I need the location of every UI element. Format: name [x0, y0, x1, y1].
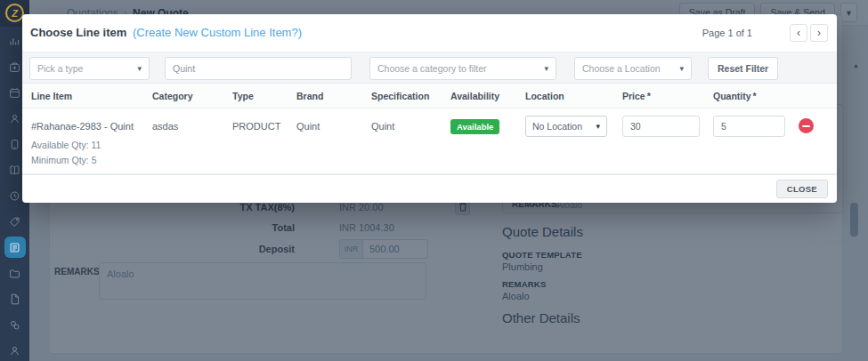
- row-location-value: No Location: [532, 121, 582, 132]
- category-filter-select[interactable]: Choose a category to filter ▾: [369, 57, 556, 80]
- reset-filter-button[interactable]: Reset Filter: [708, 57, 778, 80]
- price-input[interactable]: [622, 116, 700, 137]
- brand-cell: Quint: [296, 108, 371, 173]
- category-filter-placeholder: Choose a category to filter: [377, 63, 487, 74]
- quantity-cell: [713, 108, 799, 173]
- col-category: Category: [152, 91, 232, 101]
- create-custom-line-item-link[interactable]: (Create New Custom Line Item?): [133, 26, 302, 39]
- folder-icon: [9, 268, 20, 279]
- col-type: Type: [232, 91, 296, 101]
- modal-footer: CLOSE: [22, 174, 837, 203]
- page-info: Page 1 of 1: [702, 28, 752, 38]
- tablet-icon: [9, 139, 20, 150]
- sidebar-item-integrations[interactable]: [4, 314, 26, 335]
- app-logo: Z: [5, 4, 24, 22]
- sidebar-item-quotes-active[interactable]: [4, 237, 26, 258]
- person-icon: [9, 113, 20, 124]
- price-cell: [622, 108, 713, 173]
- remove-line-item-button[interactable]: [799, 118, 814, 133]
- book-icon: [9, 164, 20, 176]
- chevron-down-icon: ▾: [137, 64, 142, 73]
- actions-cell: [799, 108, 837, 173]
- col-location: Location: [525, 91, 622, 101]
- minimum-qty: Minimum Qty: 5: [31, 155, 152, 165]
- close-button[interactable]: CLOSE: [776, 180, 828, 198]
- chevron-down-icon: ▾: [679, 64, 684, 73]
- bar-chart-icon: [9, 36, 20, 47]
- availability-cell: Available: [450, 108, 525, 173]
- available-badge: Available: [450, 119, 499, 134]
- box-plus-icon: [9, 61, 20, 73]
- sidebar-item-jobs[interactable]: [4, 262, 26, 284]
- choose-line-item-modal: Choose Line item (Create New Custom Line…: [22, 14, 837, 203]
- calendar-icon: [9, 87, 20, 99]
- col-price: Price*: [622, 91, 713, 101]
- modal-header: Choose Line item (Create New Custom Line…: [22, 14, 837, 52]
- sidebar-item-documents[interactable]: [4, 288, 26, 309]
- prev-page-button[interactable]: ‹: [790, 24, 807, 42]
- col-quantity: Quantity*: [713, 91, 799, 101]
- category-cell: asdas: [152, 108, 232, 173]
- location-cell: No Location ▾: [525, 108, 622, 173]
- next-page-button[interactable]: ›: [810, 24, 828, 42]
- type-filter-select[interactable]: Pick a type ▾: [29, 57, 150, 80]
- chevron-down-icon: ▾: [544, 64, 548, 73]
- file-icon: [9, 293, 20, 305]
- app-screen: Quotations›New Quote Save as Draft Save …: [0, 0, 868, 361]
- pagination: ‹ ›: [790, 24, 828, 42]
- location-filter-select[interactable]: Choose a Location ▾: [574, 57, 692, 80]
- search-input[interactable]: [165, 57, 352, 80]
- available-qty: Available Qty: 11: [31, 140, 152, 150]
- quote-list-icon: [9, 242, 20, 253]
- row-location-select[interactable]: No Location ▾: [525, 116, 607, 137]
- required-marker: *: [647, 91, 651, 101]
- table-row: #Rahanae-2983 - Quint Available Qty: 11 …: [22, 108, 837, 174]
- sidebar-item-profile[interactable]: [4, 340, 26, 361]
- specification-cell: Quint: [371, 108, 450, 173]
- clock-icon: [9, 190, 20, 202]
- tag-icon: [9, 216, 20, 228]
- line-item-cell: #Rahanae-2983 - Quint Available Qty: 11 …: [31, 108, 152, 173]
- quantity-input[interactable]: [713, 116, 785, 137]
- type-filter-placeholder: Pick a type: [37, 63, 83, 74]
- table-header: Line Item Category Type Brand Specificat…: [22, 84, 837, 108]
- type-cell: PRODUCT: [232, 108, 296, 173]
- filter-bar: Pick a type ▾ Choose a category to filte…: [22, 52, 837, 84]
- chevron-down-icon: ▾: [596, 122, 600, 131]
- person-icon: [9, 345, 20, 357]
- col-specification: Specification: [371, 91, 450, 101]
- gears-icon: [9, 319, 20, 331]
- location-filter-placeholder: Choose a Location: [582, 63, 661, 74]
- col-brand: Brand: [296, 91, 371, 101]
- col-line-item: Line Item: [31, 91, 152, 101]
- line-item-name: #Rahanae-2983 - Quint: [31, 121, 152, 132]
- required-marker: *: [753, 91, 757, 101]
- sidebar-item-tags[interactable]: [4, 211, 26, 232]
- col-availability: Availability: [450, 91, 525, 101]
- modal-title: Choose Line item: [30, 26, 126, 39]
